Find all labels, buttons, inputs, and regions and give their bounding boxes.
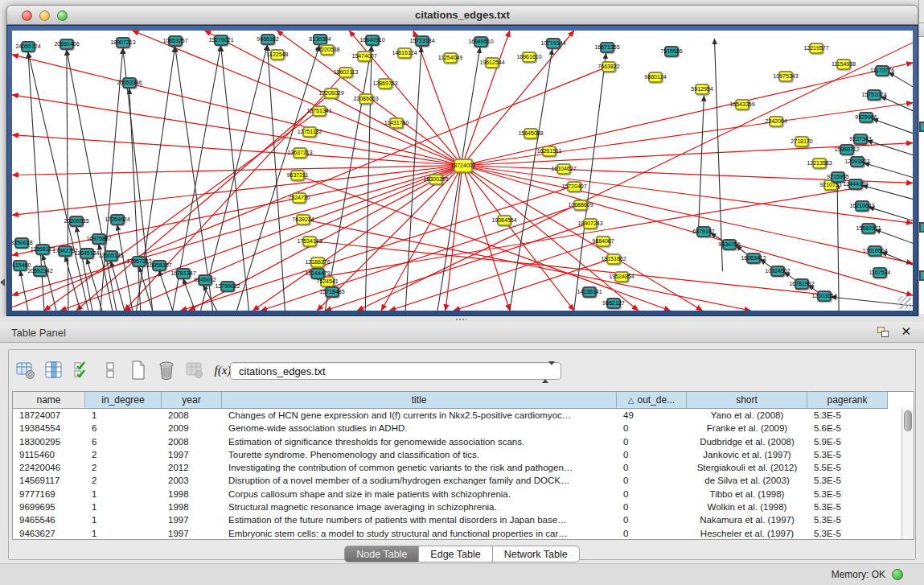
network-node[interactable] bbox=[722, 239, 737, 250]
table-row[interactable]: 969969511998Structural magnetic resonanc… bbox=[13, 501, 888, 513]
network-edge[interactable] bbox=[510, 49, 552, 311]
network-node[interactable] bbox=[454, 159, 473, 173]
column-header-name[interactable]: name bbox=[13, 392, 85, 409]
window-resize-grip[interactable] bbox=[898, 296, 911, 309]
network-node[interactable] bbox=[198, 274, 212, 286]
network-edge[interactable] bbox=[864, 163, 913, 178]
network-edge[interactable] bbox=[873, 119, 913, 134]
network-node[interactable] bbox=[122, 77, 137, 89]
scrollbar-thumb[interactable] bbox=[904, 410, 912, 431]
network-node[interactable] bbox=[310, 257, 325, 268]
network-node[interactable] bbox=[695, 84, 709, 95]
network-node[interactable] bbox=[69, 216, 84, 227]
network-edge[interactable] bbox=[201, 45, 268, 311]
network-node[interactable] bbox=[339, 67, 353, 78]
network-edge[interactable] bbox=[365, 46, 372, 311]
network-node[interactable] bbox=[606, 253, 621, 265]
network-node[interactable] bbox=[132, 256, 146, 267]
network-node[interactable] bbox=[325, 286, 339, 298]
network-node[interactable] bbox=[850, 156, 864, 167]
table-row[interactable]: 1938455462009Genome-wide association stu… bbox=[13, 422, 888, 435]
memory-ok-indicator[interactable] bbox=[892, 569, 903, 580]
network-node[interactable] bbox=[359, 93, 373, 105]
network-node[interactable] bbox=[397, 47, 412, 59]
network-node[interactable] bbox=[152, 260, 166, 271]
network-node[interactable] bbox=[836, 59, 851, 70]
column-header-short[interactable]: short bbox=[687, 392, 807, 409]
network-node[interactable] bbox=[13, 260, 27, 271]
network-node[interactable] bbox=[485, 57, 499, 68]
network-node[interactable] bbox=[290, 170, 305, 181]
float-panel-icon[interactable] bbox=[877, 327, 889, 337]
network-edge[interactable] bbox=[867, 141, 913, 155]
network-edge[interactable] bbox=[12, 135, 462, 166]
network-node[interactable] bbox=[746, 253, 761, 264]
network-edge[interactable] bbox=[65, 256, 80, 311]
network-node[interactable] bbox=[104, 250, 118, 262]
network-node[interactable] bbox=[853, 134, 868, 145]
network-edge[interactable] bbox=[875, 229, 913, 243]
network-node[interactable] bbox=[596, 236, 610, 247]
network-node[interactable] bbox=[567, 181, 581, 192]
new-document-button[interactable] bbox=[128, 360, 149, 381]
network-node[interactable] bbox=[365, 35, 380, 46]
network-node[interactable] bbox=[324, 88, 339, 99]
network-node[interactable] bbox=[817, 290, 832, 302]
network-node[interactable] bbox=[214, 35, 228, 46]
network-node[interactable] bbox=[614, 271, 629, 282]
table-row[interactable]: 1830029562008Estimation of significance … bbox=[13, 435, 888, 448]
network-node[interactable] bbox=[873, 267, 887, 278]
network-node[interactable] bbox=[795, 136, 809, 147]
tab-network-table[interactable]: Network Table bbox=[493, 546, 580, 562]
network-node[interactable] bbox=[546, 38, 561, 49]
network-node[interactable] bbox=[320, 44, 335, 56]
network-node[interactable] bbox=[600, 42, 614, 53]
network-node[interactable] bbox=[735, 99, 749, 110]
network-edge[interactable] bbox=[101, 48, 123, 311]
network-node[interactable] bbox=[606, 298, 621, 309]
network-node[interactable] bbox=[92, 233, 106, 245]
network-node[interactable] bbox=[293, 147, 307, 159]
network-node[interactable] bbox=[831, 171, 845, 183]
network-edge[interactable] bbox=[12, 55, 462, 166]
network-node[interactable] bbox=[522, 51, 536, 63]
network-node[interactable] bbox=[80, 248, 94, 259]
row-options-button[interactable] bbox=[100, 360, 121, 381]
network-edge[interactable] bbox=[302, 219, 750, 311]
panel-collapse-arrow-icon[interactable] bbox=[0, 278, 5, 286]
network-edge[interactable] bbox=[129, 89, 141, 311]
network-node[interactable] bbox=[261, 34, 275, 45]
network-edge[interactable] bbox=[881, 252, 913, 265]
network-node[interactable] bbox=[696, 226, 711, 237]
network-node[interactable] bbox=[58, 245, 72, 257]
network-node[interactable] bbox=[809, 43, 823, 54]
tab-edge-table[interactable]: Edge Table bbox=[419, 546, 492, 562]
table-settings-button[interactable] bbox=[15, 360, 36, 381]
network-edge[interactable] bbox=[20, 270, 28, 311]
network-node[interactable] bbox=[795, 278, 809, 290]
network-node[interactable] bbox=[313, 34, 327, 45]
network-node[interactable] bbox=[312, 105, 326, 117]
table-vertical-scrollbar[interactable] bbox=[901, 409, 914, 539]
table-source-dropdown[interactable]: citations_edges.txt bbox=[230, 362, 561, 380]
window-titlebar[interactable]: citations_edges.txt bbox=[6, 5, 918, 25]
network-node[interactable] bbox=[867, 89, 881, 101]
network-node[interactable] bbox=[778, 71, 793, 82]
network-edge[interactable] bbox=[405, 47, 421, 311]
table-row[interactable]: 1872400712008Changes of HCN gene express… bbox=[13, 409, 888, 422]
network-node[interactable] bbox=[110, 214, 125, 225]
table-row[interactable]: 946362711997Embryonic stem cells: a mode… bbox=[13, 527, 888, 540]
network-edge[interactable] bbox=[67, 50, 117, 311]
network-edge[interactable] bbox=[889, 72, 913, 87]
network-edge[interactable] bbox=[117, 225, 133, 311]
network-edge[interactable] bbox=[267, 45, 285, 311]
network-edge[interactable] bbox=[862, 185, 913, 199]
network-node[interactable] bbox=[859, 112, 873, 123]
network-node[interactable] bbox=[176, 268, 191, 279]
network-edge[interactable] bbox=[12, 166, 462, 296]
network-node[interactable] bbox=[474, 36, 488, 47]
network-node[interactable] bbox=[573, 200, 588, 211]
network-edge[interactable] bbox=[297, 175, 670, 311]
network-node[interactable] bbox=[14, 237, 29, 249]
network-edge[interactable] bbox=[317, 187, 863, 278]
